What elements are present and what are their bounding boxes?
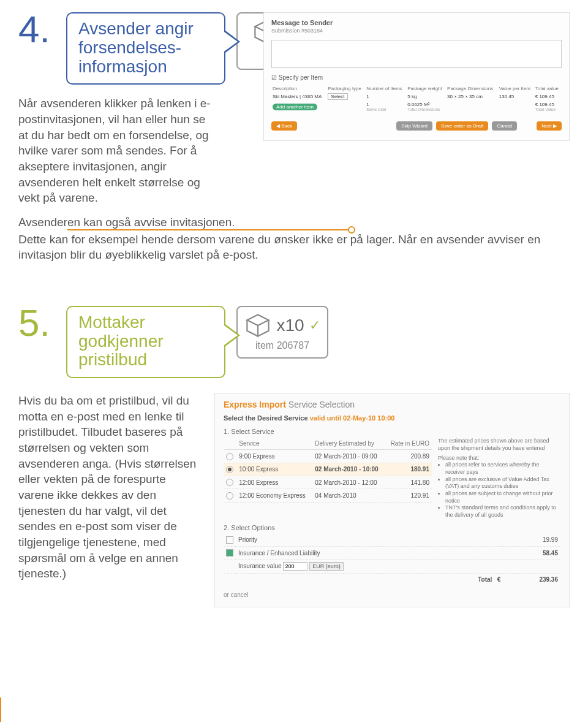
svc-del: 02 March-2010 - 09:00 bbox=[312, 450, 385, 463]
th-dim: Package Dimensions bbox=[446, 85, 498, 93]
specify-label: Specify per Item bbox=[279, 74, 323, 81]
th-valper: Value per item bbox=[498, 85, 534, 93]
opt-val: 19.99 bbox=[503, 534, 560, 547]
step4-title: Avsender angir forsendelses-informasjon bbox=[78, 19, 194, 76]
note-item: all prices are exclusive of Value Added … bbox=[445, 476, 560, 490]
note-item: all prices refer to services whereby the… bbox=[445, 462, 560, 476]
shot1-header: Message to Sender bbox=[271, 19, 562, 26]
total-cur: € bbox=[497, 576, 501, 583]
svc-rate: 120.91 bbox=[385, 489, 432, 502]
total-lbl: Total bbox=[478, 576, 492, 583]
step5-para: Hvis du ba om et pristilbud, vil du mott… bbox=[18, 393, 202, 582]
th-num: Number of items bbox=[365, 85, 406, 93]
svc-del: 04 March-2010 bbox=[312, 489, 385, 502]
note-lbl: Please note that: bbox=[438, 455, 560, 462]
insurance-row: Insurance value EUR (euro) bbox=[224, 560, 560, 574]
th-pkg: Packaging type bbox=[326, 85, 365, 93]
step5-number: 5. bbox=[18, 306, 55, 340]
service-table: Service Delivery Estimated by Rate in EU… bbox=[224, 438, 432, 502]
options-table: Priority 19.99 Insurance / Enhanced Liab… bbox=[224, 534, 560, 586]
th bbox=[224, 438, 236, 450]
step5-title: Mottaker godkjenner pristilbud bbox=[78, 313, 164, 370]
left-accent-rule bbox=[0, 697, 1, 722]
valid-until: Select the Desired Service valid until 0… bbox=[224, 414, 560, 422]
step4-para1: Når avsenderen klikker på lenken i e-pos… bbox=[18, 96, 214, 205]
checkbox[interactable] bbox=[226, 549, 233, 557]
th-desc: Description bbox=[271, 85, 326, 93]
message-textarea[interactable] bbox=[271, 40, 562, 68]
svg-marker-1 bbox=[247, 314, 269, 325]
step4-title-bubble: Avsender angir forsendelses-informasjon bbox=[66, 12, 225, 85]
svc-rate: 180.91 bbox=[410, 466, 429, 473]
checkbox[interactable] bbox=[226, 536, 233, 544]
package-icon bbox=[244, 312, 271, 339]
item-number: item 206787 bbox=[255, 340, 309, 351]
th: Delivery Estimated by bbox=[312, 438, 385, 450]
opt-name: Insurance / Enhanced Liability bbox=[236, 547, 503, 560]
svc-name: 12:00 Economy Express bbox=[236, 489, 312, 502]
th: Service bbox=[236, 438, 312, 450]
option-row[interactable]: Priority 19.99 bbox=[224, 534, 560, 547]
service-row[interactable]: 9:00 Express 02 March-2010 - 09:00 200.8… bbox=[224, 450, 432, 463]
svc-name: 12:00 Express bbox=[236, 476, 312, 488]
valid-lbl: Select the Desired Service bbox=[224, 414, 308, 422]
service-row[interactable]: 12:00 Express 02 March-2010 - 12:00 141.… bbox=[224, 476, 432, 488]
currency-select[interactable]: EUR (euro) bbox=[309, 562, 344, 571]
svc-rate: 141.80 bbox=[385, 476, 432, 488]
price-notes: The estimated prices shown above are bas… bbox=[438, 438, 560, 519]
step4-number: 4. bbox=[18, 12, 55, 47]
radio[interactable] bbox=[226, 453, 233, 460]
th-weight: Package weight bbox=[406, 85, 446, 93]
step5-icon-box: x10 ✓ item 206787 bbox=[236, 306, 328, 359]
insurance-value-input[interactable] bbox=[283, 562, 307, 571]
callout-line bbox=[67, 229, 349, 230]
step4-para2: Avsenderen kan også avvise invitasjonen. bbox=[18, 215, 557, 230]
cancel-link[interactable]: or cancel bbox=[224, 591, 249, 598]
specify-per-item-checkbox[interactable]: ☑ Specify per Item bbox=[271, 74, 562, 81]
valid-val: valid until 02-May-10 10:00 bbox=[310, 414, 395, 422]
th-total: Total value bbox=[534, 85, 562, 93]
opt-name: Priority bbox=[236, 534, 503, 547]
service-row[interactable]: 10:00 Express 02 March-2010 - 10:00 180.… bbox=[224, 463, 432, 476]
radio[interactable] bbox=[226, 466, 233, 473]
step4-para3: Dette kan for eksempel hende dersom vare… bbox=[18, 232, 557, 263]
shot2-title: Express Import Service Selection bbox=[224, 400, 560, 409]
option-row[interactable]: Insurance / Enhanced Liability 58.45 bbox=[224, 547, 560, 560]
svc-rate: 200.89 bbox=[385, 450, 432, 463]
service-selection-screenshot: Express Import Service Selection Select … bbox=[214, 393, 570, 607]
check-icon: ✓ bbox=[309, 317, 320, 333]
radio[interactable] bbox=[226, 492, 233, 500]
th: Rate in EURO bbox=[385, 438, 432, 450]
svc-del: 02 March-2010 - 10:00 bbox=[315, 466, 378, 473]
step5-count: x10 bbox=[276, 316, 304, 335]
shot1-subheader: Submission #503184 bbox=[271, 28, 562, 34]
service-row[interactable]: 12:00 Economy Express 04 March-2010 120.… bbox=[224, 489, 432, 502]
note-hdr: The estimated prices shown above are bas… bbox=[438, 438, 560, 452]
note-item: TNT's standard terms and conditions appl… bbox=[445, 504, 560, 519]
ins-lbl: Insurance value bbox=[238, 563, 282, 569]
ei-gray: Service Selection bbox=[288, 400, 355, 409]
opt-val: 58.45 bbox=[543, 550, 558, 557]
step5-title-bubble: Mottaker godkjenner pristilbud bbox=[66, 306, 225, 378]
note-item: all prices are subject to change without… bbox=[445, 490, 560, 504]
select-service-label: 1. Select Service bbox=[224, 428, 560, 435]
total-row: Total € 239.36 bbox=[224, 574, 560, 586]
total-val: 239.36 bbox=[503, 574, 560, 586]
select-options-label: 2. Select Options bbox=[224, 524, 560, 531]
svc-name: 10:00 Express bbox=[236, 463, 312, 476]
radio[interactable] bbox=[226, 479, 233, 486]
svc-name: 9:00 Express bbox=[236, 450, 312, 463]
ei-orange: Express Import bbox=[224, 400, 286, 409]
svc-del: 02 March-2010 - 12:00 bbox=[312, 476, 385, 488]
